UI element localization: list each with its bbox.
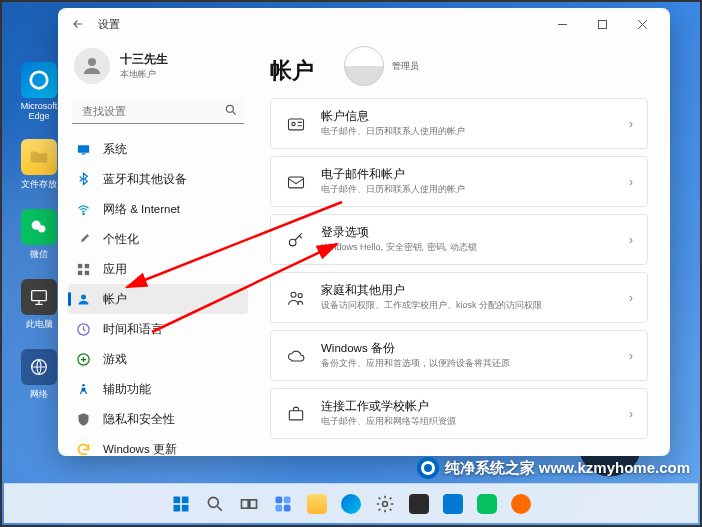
search-box xyxy=(72,98,244,124)
svg-rect-35 xyxy=(276,496,283,503)
wechat-taskbar-button[interactable] xyxy=(472,489,502,519)
card-subtitle: 备份文件、应用和首选项，以便跨设备将其还原 xyxy=(321,357,615,370)
svg-rect-36 xyxy=(284,496,291,503)
sidebar-item-label: 蓝牙和其他设备 xyxy=(103,172,187,187)
widgets-button[interactable] xyxy=(268,489,298,519)
close-button[interactable] xyxy=(622,10,662,38)
wifi-icon xyxy=(76,202,91,217)
card-family[interactable]: 家庭和其他用户 设备访问权限、工作或学校用户、kiosk 分配的访问权限 › xyxy=(270,272,648,323)
id-card-icon xyxy=(285,113,307,135)
svg-rect-13 xyxy=(78,270,82,274)
svg-rect-11 xyxy=(78,263,82,267)
desktop-icon-label: 此电脑 xyxy=(14,318,64,331)
svg-rect-25 xyxy=(289,410,302,419)
sidebar-item-label: 应用 xyxy=(103,262,127,277)
app1-button[interactable] xyxy=(404,489,434,519)
svg-point-23 xyxy=(291,292,296,297)
desktop-icon-wechat[interactable]: 微信 xyxy=(14,209,64,261)
svg-point-7 xyxy=(226,105,233,112)
svg-rect-30 xyxy=(174,504,181,511)
svg-point-39 xyxy=(383,501,388,506)
brush-icon xyxy=(76,232,91,247)
sidebar-item-label: Windows 更新 xyxy=(103,442,177,457)
card-backup[interactable]: Windows 备份 备份文件、应用和首选项，以便跨设备将其还原 › xyxy=(270,330,648,381)
start-button[interactable] xyxy=(166,489,196,519)
svg-rect-5 xyxy=(598,20,606,28)
sidebar-item-privacy[interactable]: 隐私和安全性 xyxy=(68,404,248,434)
user-type: 本地帐户 xyxy=(120,68,168,81)
card-subtitle: Windows Hello, 安全密钥, 密码, 动态锁 xyxy=(321,241,615,254)
avatar xyxy=(74,48,110,84)
desktop-icon-edge[interactable]: Microsoft Edge xyxy=(14,62,64,121)
card-account-info[interactable]: 帐户信息 电子邮件、日历和联系人使用的帐户 › xyxy=(270,98,648,149)
svg-point-32 xyxy=(208,497,218,507)
explorer-button[interactable] xyxy=(302,489,332,519)
search-button[interactable] xyxy=(200,489,230,519)
card-email[interactable]: 电子邮件和帐户 电子邮件、日历和联系人使用的帐户 › xyxy=(270,156,648,207)
admin-block: 管理员 xyxy=(344,46,419,86)
card-title: 登录选项 xyxy=(321,225,615,240)
chevron-right-icon: › xyxy=(629,175,633,189)
update-icon xyxy=(76,442,91,457)
folder-icon xyxy=(21,139,57,175)
desktop-icon-network[interactable]: 网络 xyxy=(14,349,64,401)
sidebar-item-bluetooth[interactable]: 蓝牙和其他设备 xyxy=(68,164,248,194)
sidebar-item-update[interactable]: Windows 更新 xyxy=(68,434,248,456)
sidebar-item-accounts[interactable]: 帐户 xyxy=(68,284,248,314)
card-work[interactable]: 连接工作或学校帐户 电子邮件、应用和网络等组织资源 › xyxy=(270,388,648,439)
svg-point-22 xyxy=(289,239,296,246)
page-title: 帐户 xyxy=(270,56,314,86)
person-icon xyxy=(76,292,91,307)
svg-rect-19 xyxy=(289,119,304,130)
system-icon xyxy=(76,142,91,157)
user-block[interactable]: 十三先生 本地帐户 xyxy=(68,44,248,94)
app3-button[interactable] xyxy=(506,489,536,519)
sidebar-item-label: 时间和语言 xyxy=(103,322,163,337)
sidebar-item-accessibility[interactable]: 辅助功能 xyxy=(68,374,248,404)
desktop-icon-folder[interactable]: 文件存放 xyxy=(14,139,64,191)
edge-taskbar-button[interactable] xyxy=(336,489,366,519)
settings-taskbar-button[interactable] xyxy=(370,489,400,519)
app2-button[interactable] xyxy=(438,489,468,519)
minimize-button[interactable] xyxy=(542,10,582,38)
wechat-icon xyxy=(21,209,57,245)
desktop-icon-thispc[interactable]: 此电脑 xyxy=(14,279,64,331)
sidebar-item-personalize[interactable]: 个性化 xyxy=(68,224,248,254)
svg-rect-14 xyxy=(85,270,89,274)
edge-icon xyxy=(21,62,57,98)
sidebar-item-label: 个性化 xyxy=(103,232,139,247)
watermark-logo xyxy=(417,457,439,479)
card-title: 帐户信息 xyxy=(321,109,615,124)
admin-label: 管理员 xyxy=(392,60,419,73)
sidebar-item-system[interactable]: 系统 xyxy=(68,134,248,164)
svg-point-6 xyxy=(88,58,96,66)
sidebar-item-label: 辅助功能 xyxy=(103,382,151,397)
desktop-icon-label: Microsoft Edge xyxy=(14,101,64,121)
svg-rect-29 xyxy=(182,496,189,503)
chevron-right-icon: › xyxy=(629,233,633,247)
sidebar-item-apps[interactable]: 应用 xyxy=(68,254,248,284)
svg-point-18 xyxy=(82,383,85,386)
card-signin[interactable]: 登录选项 Windows Hello, 安全密钥, 密码, 动态锁 › xyxy=(270,214,648,265)
search-input[interactable] xyxy=(72,98,244,124)
maximize-button[interactable] xyxy=(582,10,622,38)
computer-icon xyxy=(21,279,57,315)
svg-rect-9 xyxy=(82,153,86,154)
svg-rect-3 xyxy=(32,291,47,301)
svg-rect-12 xyxy=(85,263,89,267)
back-button[interactable] xyxy=(66,12,90,36)
svg-rect-34 xyxy=(250,499,257,507)
sidebar-item-time[interactable]: 时间和语言 xyxy=(68,314,248,344)
settings-window: 设置 十三先生 本地帐户 系统 蓝牙和 xyxy=(58,8,670,456)
sidebar-item-gaming[interactable]: 游戏 xyxy=(68,344,248,374)
sidebar-item-network[interactable]: 网络 & Internet xyxy=(68,194,248,224)
card-subtitle: 电子邮件、日历和联系人使用的帐户 xyxy=(321,183,615,196)
svg-point-24 xyxy=(298,293,302,297)
taskview-button[interactable] xyxy=(234,489,264,519)
mail-icon xyxy=(285,171,307,193)
sidebar-item-label: 系统 xyxy=(103,142,127,157)
apps-icon xyxy=(76,262,91,277)
card-subtitle: 电子邮件、应用和网络等组织资源 xyxy=(321,415,615,428)
search-icon xyxy=(224,103,238,121)
briefcase-icon xyxy=(285,403,307,425)
